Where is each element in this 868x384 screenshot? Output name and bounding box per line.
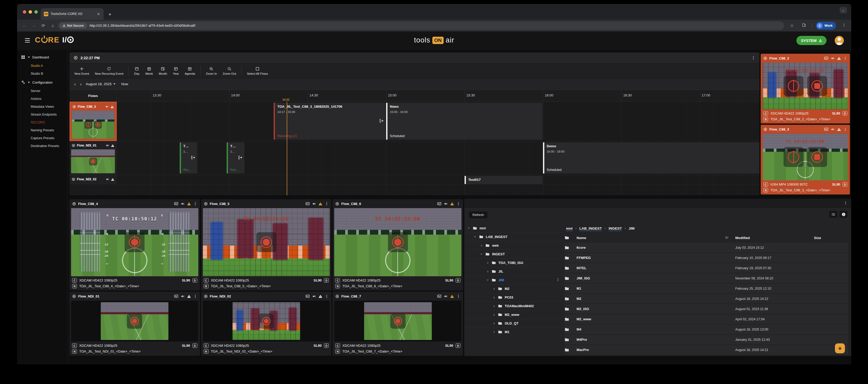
breadcrumb-ingest[interactable]: INGEST (609, 226, 622, 230)
toolbar-month-button[interactable]: Month (156, 67, 170, 75)
sidebar-item-server[interactable]: Server (17, 87, 68, 95)
flow-card-flow_c88_6[interactable]: Flow_C88_6TC 14:22:12:00CXDCAM HD422 108… (333, 199, 463, 290)
chevron-right-icon[interactable]: › (493, 287, 496, 291)
speaker-icon[interactable] (181, 294, 185, 298)
record-button[interactable] (388, 232, 408, 252)
select-check-icon[interactable] (437, 294, 441, 298)
sidebar-item-record[interactable]: RECORD (17, 119, 68, 126)
browser-profile-chip[interactable]: C Work (816, 22, 836, 30)
record-button[interactable] (259, 314, 274, 329)
column-header-modified[interactable]: Modified (735, 236, 814, 240)
file-row-intel[interactable]: INTELFebruary 19, 2025 07:30 (564, 263, 848, 274)
speaker-icon[interactable] (106, 178, 110, 181)
home-icon[interactable]: ⌂ (49, 23, 57, 28)
date-picker[interactable]: August 18, 2025 (86, 82, 116, 86)
speaker-icon[interactable] (105, 105, 109, 108)
speaker-icon[interactable] (831, 127, 835, 131)
export-icon[interactable] (238, 155, 243, 161)
select-check-icon[interactable] (824, 127, 828, 131)
toolbar-zoom-out-button[interactable]: Zoom Out (220, 67, 239, 75)
kebab-icon[interactable] (325, 202, 329, 206)
calendar-menu-kebab-icon[interactable] (751, 56, 755, 60)
select-check-icon[interactable] (174, 294, 178, 298)
tree-item-mnt[interactable]: ›mnt (464, 224, 562, 232)
flow-row-header-flow_c88_3[interactable]: Flow_C88_3 (69, 102, 117, 141)
file-row-macpro[interactable]: MacProAugust 18, 2025 14:21 (564, 345, 848, 355)
macos-window-controls[interactable] (23, 10, 38, 13)
tab-close-icon[interactable]: ✕ (96, 12, 100, 16)
column-header-size[interactable]: Size (814, 236, 848, 240)
speaker-icon[interactable] (444, 202, 448, 206)
chevron-down-icon[interactable]: › (479, 253, 484, 256)
record-button[interactable] (390, 314, 406, 329)
kebab-icon[interactable] (193, 202, 197, 206)
speaker-icon[interactable] (444, 294, 448, 298)
tree-item-toamacminim402[interactable]: ›TOAMacMiniM402 (464, 302, 562, 310)
calendar-event[interactable]: Test01715:30 - 16:00 (465, 176, 542, 184)
toolbar-year-button[interactable]: Year (170, 67, 182, 75)
file-row-jim_isg[interactable]: JIM_ISGNovember 08, 2024 08:10 (564, 274, 848, 284)
minimize-window-button[interactable] (29, 10, 32, 13)
tree-item-jim[interactable]: ›JIM (464, 276, 562, 284)
split-button[interactable] (85, 121, 92, 129)
sidebar-header-configuration[interactable]: Configuration (17, 77, 68, 87)
chevron-right-icon[interactable]: › (493, 313, 496, 317)
breadcrumb-mnt[interactable]: mnt (566, 226, 572, 230)
toolbar-day-button[interactable]: Day (131, 67, 142, 75)
sidebar-item-stream-endpoints[interactable]: Stream Endpoints (17, 110, 68, 119)
file-row-6core[interactable]: 6coreJuly 03, 2024 15:12 (564, 243, 848, 253)
speaker-icon[interactable] (181, 202, 185, 206)
select-check-icon[interactable] (306, 201, 310, 206)
chevron-down-icon[interactable]: › (486, 279, 490, 282)
sidebar-item-naming-presets[interactable]: Naming Presets (17, 126, 68, 134)
chevron-right-icon[interactable]: › (486, 260, 489, 265)
chevron-right-icon[interactable]: › (493, 330, 496, 334)
flow-card-flow_c88_5[interactable]: Flow_C88_5TC 14:22:11:24CXDCAM HD422 108… (201, 199, 332, 290)
sidebar-header-dashboard[interactable]: Dashboard (17, 53, 68, 62)
file-row-ffmpeg[interactable]: FFMPEGFebruary 10, 2025 08:17 (564, 253, 848, 263)
tree-item-jil[interactable]: ›JIL (464, 267, 562, 276)
toolbar-new-recurring-event-button[interactable]: New Recurring Event (92, 67, 126, 75)
split-button[interactable] (783, 147, 803, 167)
address-bar[interactable]: ⚠Not Secure http://10.39.1.39/dashboard/… (58, 22, 784, 30)
browser-menu-kebab-icon[interactable] (840, 23, 848, 28)
file-row-m2_isg[interactable]: M2_ISGAugust 01, 2023 11:36 (564, 304, 848, 314)
kebab-icon[interactable] (843, 56, 847, 60)
add-button[interactable]: + (835, 343, 845, 353)
speaker-icon[interactable] (312, 294, 316, 298)
tree-item-web[interactable]: ›web (464, 241, 562, 250)
sidebar-item-studio-b[interactable]: Studio B (17, 70, 68, 77)
calendar-event[interactable]: Demo16:00 - 18:00Scheduled (543, 142, 760, 173)
sidebar-item-studio-a[interactable]: Studio A (17, 62, 68, 70)
tree-item-m2[interactable]: ›M2 (464, 284, 562, 293)
system-status-button[interactable]: SYSTEM⚠ (796, 36, 827, 45)
flow-card-flow_ndi_01[interactable]: Flow_NDI_01CXDCAM HD422 1080p25SL90DNTOA… (69, 292, 200, 356)
toolbar-zoom-in-button[interactable]: Zoom In (203, 67, 220, 75)
tree-item-m1[interactable]: ›M1 (464, 328, 562, 336)
file-row-m4pro[interactable]: M4ProJanuary 31, 2025 12:43 (564, 335, 848, 345)
reload-icon[interactable]: ⟳ (39, 23, 48, 28)
tree-item-lab_ingest[interactable]: ›LAB_INGEST (464, 232, 562, 241)
tree-item-old_qt[interactable]: ›OLD_QT (464, 319, 562, 328)
record-button[interactable] (89, 158, 97, 165)
toolbar-new-event-button[interactable]: New Event (72, 67, 92, 75)
select-check-icon[interactable] (437, 201, 441, 206)
flow-card-flow_c88_2[interactable]: Flow_C88_2TC 14:22:12:00CXDCAM HD422 108… (761, 54, 850, 124)
hamburger-menu-icon[interactable] (25, 38, 30, 44)
next-day-button[interactable]: › (80, 82, 82, 87)
maximize-window-button[interactable] (34, 10, 38, 13)
file-row-m2_www[interactable]: M2_wwwApril 02, 2024 17:54 (564, 314, 848, 324)
select-check-icon[interactable] (174, 201, 178, 206)
speaker-icon[interactable] (312, 202, 316, 206)
browser-tab[interactable]: ON ToolsOnAir CORE I/O ✕ (41, 8, 104, 20)
file-row-m4[interactable]: M4August 18, 2025 13:00 (564, 324, 848, 335)
flow-card-flow_c88_4[interactable]: Flow_C88_4TC 00:10:50:120-6-12-18-24∞0-6… (69, 199, 200, 290)
chevron-right-icon[interactable]: › (480, 243, 483, 248)
sidebar-item-capture-presets[interactable]: Capture Presets (17, 134, 68, 142)
chevron-down-icon[interactable]: › (473, 235, 477, 238)
forward-icon[interactable]: → (30, 23, 38, 28)
chevron-right-icon[interactable]: › (493, 321, 496, 325)
kebab-icon[interactable] (457, 202, 460, 206)
breadcrumb-lab_ingest[interactable]: LAB_INGEST (580, 226, 602, 230)
calendar-event[interactable]: T…1…Rec… (227, 142, 245, 173)
